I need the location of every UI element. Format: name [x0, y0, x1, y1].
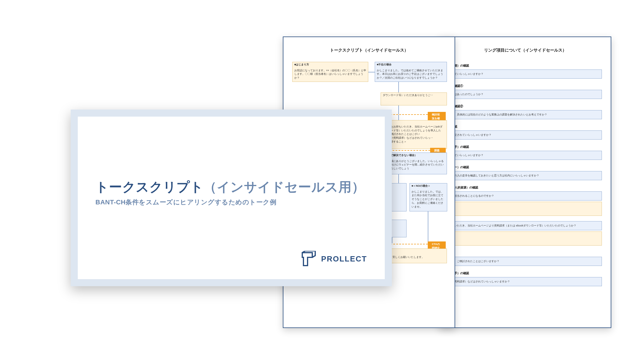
arrow: [392, 237, 392, 243]
box-thanks: ダウンロード等）いただきありがとうご‥: [381, 92, 447, 105]
cover-title: トークスクリプト（インサイドセールス用）: [95, 178, 365, 196]
doc2-title: リング項目について（インサイドセールス）: [448, 48, 602, 53]
doc2-section: 合相手）の確認けていらっしゃいますか？: [448, 145, 602, 160]
section-header: 入時期）の確認: [448, 64, 602, 68]
cover-subtitle: BANT-CH条件をスムーズにヒアリングするためのトーク例: [95, 198, 277, 207]
doc2-section: 合相手）の確認や資料請求）などはされていらっしゃいますか？: [448, 271, 602, 286]
section-prompt: びはあったのでしょうか？: [448, 90, 602, 99]
section-answer-area: [448, 231, 602, 246]
doc2-section: の確認想定されていらっしゃいますか？: [448, 125, 602, 140]
section-header: 認: [448, 251, 602, 255]
arrow: [398, 82, 399, 92]
cover-inner: トークスクリプト（インサイドセールス用） BANT-CH条件をスムーズにヒアリン…: [78, 117, 385, 279]
doc2-section: 入時期）の確認れていらっしゃいますか？: [448, 64, 602, 79]
doc1-title: トークスクリプト（インサイドセールス）: [292, 48, 446, 53]
section-header: の確認: [448, 125, 602, 129]
arrow: [368, 72, 375, 72]
section-prompt: もいただき、当社ホームページより資料請求（または ebookダウンロード等）いた…: [448, 221, 602, 230]
section-prompt: けていらっしゃいますか？: [448, 151, 602, 160]
stage: リング項目について（インサイドセールス） 入時期）の確認れていらっしゃいますか？…: [0, 0, 644, 361]
section-header: フロー）の確認: [448, 165, 602, 169]
arrow: [398, 105, 399, 114]
brand-name: PROLLECT: [321, 254, 367, 264]
section-header: 合相手）の確認: [448, 271, 602, 275]
doc2-section: es（人的資源）の確認が担当されることになるのですか？: [448, 186, 602, 216]
brand-logo-icon: [300, 251, 316, 267]
brand: PROLLECT: [300, 251, 367, 267]
section-answer-area: [448, 202, 602, 216]
section-prompt: れていらっしゃいますか？: [448, 69, 602, 79]
document-hearing-items: リング項目について（インサイドセールス） 入時期）の確認れていらっしゃいますか？…: [439, 37, 611, 328]
section-prompt: 想定されていらっしゃいますか？: [448, 130, 602, 140]
doc2-section: もいただき、当社ホームページより資料請求（または ebookダウンロード等）いた…: [448, 221, 602, 246]
box-absent: ■不在の場合 かしこまりました。では改めてご連絡させていただきます。本日はお席に…: [375, 62, 447, 82]
section-prompt: が担当されることになるのですか？: [448, 191, 602, 201]
section-prompt: り、ご検討されたことはございますか？: [448, 257, 602, 266]
arrow: [398, 174, 399, 183]
box-no-case: ■＜NOの場合＞ かしこまりました。では、また何か当社でお役に立てそうなことがご…: [409, 183, 447, 211]
section-header: ）の確認①: [448, 84, 602, 88]
cover-card: トークスクリプト（インサイドセールス用） BANT-CH条件をスムーズにヒアリン…: [71, 110, 392, 286]
section-prompt: や資料請求）などはされていらっしゃいますか？: [448, 277, 602, 286]
box-opening: ■はじまり方 お世話になっております。××（会社名）の〇〇（氏名）と申します。〇…: [292, 62, 368, 82]
doc2-section: 認り、ご検討されたことはございますか？: [448, 251, 602, 266]
doc2-body: 入時期）の確認れていらっしゃいますか？）の確認①びはあったのでしょうか？）の確認…: [448, 64, 602, 286]
doc2-section: フロー）の確認この入の是非を確認しておきたいと思う方は社内にいらっしゃいますか？: [448, 165, 602, 180]
section-prompt: で、具体的には現在のどのような業務上の課題を解決されたいとお考えですか？: [448, 110, 602, 119]
doc2-section: ）の確認②で、具体的には現在のどのような業務上の課題を解決されたいとお考えですか…: [448, 104, 602, 119]
arrow: [428, 211, 428, 243]
arrow: [398, 115, 399, 120]
section-header: es（人的資源）の確認: [448, 186, 602, 190]
section-header: ）の確認②: [448, 104, 602, 108]
section-prompt: この入の是非を確認しておきたいと思う方は社内にいらっしゃいますか？: [448, 171, 602, 180]
doc2-section: ）の確認①びはあったのでしょうか？: [448, 84, 602, 99]
section-header: 合相手）の確認: [448, 145, 602, 149]
